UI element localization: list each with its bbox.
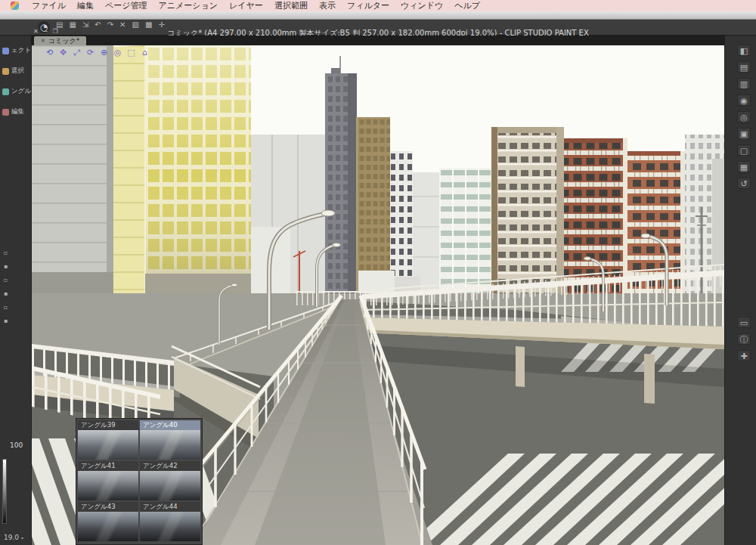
camera-zoom-icon[interactable]: ⤢ [71,48,82,58]
angle-preset-label: アングル40 [140,420,200,430]
camera-rotate-icon[interactable]: ⟲ [44,48,55,58]
commandbar: ◔ ▤ ▦ ⇲ ↶ ↷ ✕ ▧ ▩ ✛ ✕ ─ ❐ コミック* (A4 297.… [0,20,756,36]
angle-preset-label: アングル39 [78,420,138,430]
menu-animation[interactable]: アニメーション [159,0,218,11]
zoom-value: 19.0 [4,534,19,541]
angle-preset-41[interactable]: アングル41 [78,461,138,500]
left-dock-collapsed-palettes: ▫ ▪ ▫ ▪ ▫ ▪ [1,249,11,324]
angle-preset-thumbnail[interactable] [140,471,200,500]
angle-tool-icon [2,88,9,95]
angle-preset-43[interactable]: アングル43 [78,502,138,541]
view-reset-icon[interactable]: ⌂ [139,48,150,58]
palette-tab-object[interactable]: ェクト [2,42,31,60]
brush-size-value: 100 [10,441,23,449]
angle-preset-42[interactable]: アングル42 [140,461,200,500]
menu-view[interactable]: 表示 [319,0,336,11]
tool-property-icon[interactable]: ▥ [737,78,751,89]
menu-selection[interactable]: 選択範囲 [274,0,308,11]
layer-palette-icon[interactable]: ▣ [737,128,751,139]
menu-layer[interactable]: レイヤー [229,0,263,11]
palette-tab-label: 選択 [11,67,24,76]
history-icon[interactable]: ↺ [737,178,751,189]
palette-tab-label: ェクト [11,46,31,55]
palette-tab-select[interactable]: 選択 [2,62,31,80]
menu-window[interactable]: ウィンドウ [401,0,443,11]
zoom-readout[interactable]: 19.0 ▾ [4,534,23,541]
tool-palette-icon[interactable]: ◧ [737,45,751,56]
camera-roll-icon[interactable]: ⟳ [85,48,96,58]
window-chrome-strip [0,11,756,20]
menubar: ファイル 編集 ページ管理 アニメーション レイヤー 選択範囲 表示 フィルター… [0,0,756,11]
collapsed-palette-icon[interactable]: ▪ [4,290,8,297]
viewport-3d-toolbar: ⟲ ✥ ⤢ ⟳ ⊕ ◎ ⬚ ⌂ [44,48,150,58]
object-scale-icon[interactable]: ⬚ [125,48,137,58]
brush-size-icon[interactable]: ◉ [737,94,751,106]
angle-preset-thumbnail[interactable] [78,471,138,500]
collapsed-palette-icon[interactable]: ▫ [4,249,8,256]
tab-label: コミック* [48,36,79,46]
left-palette-dock: ェクト 選択 ングル 編集 ▫ ▪ ▫ ▪ ▫ ▪ 100 19.0 ▾ [0,36,32,545]
info-icon[interactable]: ⓘ [737,333,751,345]
collapsed-palette-icon[interactable]: ▪ [4,317,8,324]
app-logo-icon[interactable] [11,2,19,10]
angle-preset-thumbnail[interactable] [78,512,138,541]
angle-preset-label: アングル41 [78,461,138,471]
camera-edit-tool-icon [2,109,9,116]
angle-preset-thumbnail[interactable] [78,430,138,460]
object-move-icon[interactable]: ⊕ [98,48,110,58]
right-palette-dock: ◧ ▤ ▥ ◉ ◎ ▣ ▢ ▦ ↺ ▭ ⓘ ✚ [724,36,756,545]
menu-page-manage[interactable]: ページ管理 [105,0,147,11]
angle-preset-label: アングル43 [78,502,138,512]
timeline-icon[interactable]: ▭ [737,317,751,328]
subtool-palette-icon[interactable]: ▤ [737,61,751,73]
palette-tab-edit[interactable]: 編集 [2,103,31,121]
angle-preset-40[interactable]: アングル40 [140,420,200,460]
gradient-slider[interactable] [2,459,7,524]
angle-preset-thumbnail[interactable] [140,430,200,460]
angle-preset-label: アングル44 [140,502,200,512]
camera-angle-panel: アングル39 アングル40 アングル41 アングル42 アングル43 アングル4… [76,418,203,545]
tab-close-icon[interactable]: ✕ [41,38,45,44]
chevron-down-icon: ▾ [21,535,23,540]
palette-tab-angle[interactable]: ングル [2,82,31,101]
color-wheel-icon[interactable]: ◎ [737,111,751,122]
palette-tab-label: 編集 [11,107,24,116]
object-tool-icon [2,48,9,54]
angle-preset-label: アングル42 [140,461,200,471]
angle-preset-39[interactable]: アングル39 [78,420,138,460]
menu-file[interactable]: ファイル [32,0,66,11]
collapsed-palette-icon[interactable]: ▫ [4,304,8,311]
menu-edit[interactable]: 編集 [77,0,94,11]
collapsed-palette-icon[interactable]: ▪ [4,263,8,270]
document-tab-comic[interactable]: ✕ コミック* [34,36,86,45]
camera-pan-icon[interactable]: ✥ [57,48,69,58]
menu-help[interactable]: ヘルプ [454,0,480,11]
document-tabstrip: ✕ コミック* [32,36,724,45]
palette-tab-label: ングル [11,87,31,96]
right-dock-icons: ◧ ▤ ▥ ◉ ◎ ▣ ▢ ▦ ↺ [736,45,752,189]
quick-access-icon[interactable]: ✚ [737,350,751,361]
angle-preset-44[interactable]: アングル44 [140,502,200,541]
object-rotate-icon[interactable]: ◎ [112,48,123,58]
collapsed-palette-icon[interactable]: ▫ [4,277,8,283]
navigator-icon[interactable]: ▢ [737,144,751,156]
left-dock-tabs: ェクト 選択 ングル 編集 [2,42,31,123]
material-icon[interactable]: ▦ [737,161,751,172]
menu-filter[interactable]: フィルター [347,0,389,11]
layer-select-tool-icon [2,68,9,75]
angle-preset-thumbnail[interactable] [140,512,200,541]
right-dock-icons-lower: ▭ ⓘ ✚ [736,317,752,361]
